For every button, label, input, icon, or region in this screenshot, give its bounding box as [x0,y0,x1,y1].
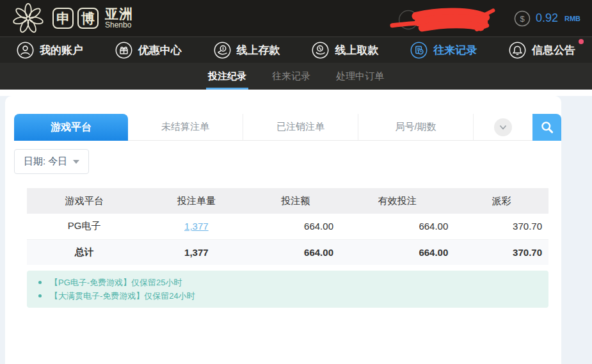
notice-line: 【PG电子-免费游戏】仅保留25小时 [38,276,537,289]
subtab-betting-records[interactable]: 投注纪录 [206,63,248,90]
nav-item-announcements[interactable]: 信息公告 [509,42,575,59]
tab-label: 局号/期数 [395,121,436,133]
tab-round-number[interactable]: 局号/期数 [358,114,474,141]
logo-box-shen: 申 [52,8,74,29]
bullet-dot [38,281,42,284]
content-card: 游戏平台 未结算注单 已注销注单 局号/期数 [5,96,561,364]
record-subtabs: 投注纪录 往来记录 处理中订单 [0,63,592,90]
account-balance[interactable]: $ 0.92 RMB [514,10,580,27]
total-bet-amount: 664.00 [251,239,340,265]
active-tab-underline [206,88,248,90]
header-game-platform: 游戏平台 [27,188,141,214]
nav-label: 我的账户 [40,43,83,58]
cell-platform: PG电子 [27,214,141,239]
tab-label: 游戏平台 [51,121,92,134]
table-header-row: 游戏平台 投注单量 投注额 有效投注 派彩 [27,188,548,214]
filter-tabs-row: 游戏平台 未结算注单 已注销注单 局号/期数 [14,114,561,141]
bullet-dot [38,294,42,297]
logo-box-bo: 博 [77,8,99,29]
notice-line: 【大满贯电子-免费游戏】仅保留24小时 [38,289,537,303]
page-background: 游戏平台 未结算注单 已注销注单 局号/期数 [0,96,592,364]
balance-currency-label: RMB [564,15,580,22]
date-filter-label: 日期: 今日 [24,155,67,168]
bet-count-link[interactable]: 1,377 [184,221,209,232]
notice-text: 【大满贯电子-免费游戏】仅保留24小时 [50,290,195,302]
brand-text: 亚洲 Shenbo [105,7,133,29]
records-icon [410,42,428,59]
chevron-down-icon [498,122,508,132]
nav-label: 线上存款 [237,43,280,58]
tab-label: 已注销注单 [276,121,324,133]
bet-summary-table-wrap: 游戏平台 投注单量 投注额 有效投注 派彩 PG电子 1,377 664.00 [27,188,548,265]
date-filter-row: 日期: 今日 [14,149,552,174]
table-row: PG电子 1,377 664.00 664.00 370.70 [27,214,548,239]
redacted-username-scribble [390,5,505,35]
withdraw-icon [312,42,329,59]
user-icon [17,42,34,59]
subtab-label: 往来记录 [272,70,310,83]
search-icon [540,120,554,134]
nav-label: 优惠中心 [138,43,182,58]
nav-label: 线上取款 [335,43,378,58]
nav-item-promotions[interactable]: 优惠中心 [115,42,182,59]
logo-character-boxes: 申 博 [52,8,99,29]
header-valid-bet: 有效投注 [340,188,454,214]
tab-unsettled-bets[interactable]: 未结算注单 [128,114,243,141]
more-tabs-dropdown[interactable] [474,114,532,141]
cell-valid-bet: 664.00 [340,214,454,239]
total-payout: 370.70 [454,239,548,265]
dollar-glyph: $ [520,14,525,24]
cell-bet-count: 1,377 [141,214,251,239]
flower-logo-icon [12,2,45,35]
deposit-icon [214,42,231,59]
tab-label: 未结算注单 [161,121,209,133]
total-label: 总计 [27,239,141,265]
brand-latin-label: Shenbo [105,21,133,29]
main-nav: 我的账户 优惠中心 线上存款 线上取款 [0,36,592,63]
header-bet-amount: 投注额 [251,188,340,214]
table-total-row: 总计 1,377 664.00 664.00 370.70 [27,239,548,265]
total-valid-bet: 664.00 [340,239,454,265]
subtab-label: 处理中订单 [336,70,384,83]
nav-label: 往来记录 [433,43,477,58]
brand-region-label: 亚洲 [105,7,133,21]
tab-game-platform[interactable]: 游戏平台 [14,114,128,141]
notice-box: 【PG电子-免费游戏】仅保留25小时 【大满贯电子-免费游戏】仅保留24小时 [27,271,548,308]
search-button[interactable] [532,114,561,141]
bell-icon [509,42,526,59]
nav-item-withdraw[interactable]: 线上取款 [312,42,378,59]
nav-label: 信息公告 [532,43,575,58]
cell-bet-amount: 664.00 [251,214,340,239]
nav-item-records[interactable]: 往来记录 [410,42,477,59]
header-payout: 派彩 [454,188,548,214]
date-filter-dropdown[interactable]: 日期: 今日 [14,149,89,174]
notification-badge-dot [579,39,584,44]
subtab-label: 投注纪录 [208,70,246,83]
header-bet-count: 投注单量 [141,188,251,214]
top-bar: 申 博 亚洲 Shenbo $ 0.92 RMB [0,0,592,36]
nav-item-my-account[interactable]: 我的账户 [17,42,83,59]
bet-summary-table: 游戏平台 投注单量 投注额 有效投注 派彩 PG电子 1,377 664.00 [27,188,548,265]
notice-text: 【PG电子-免费游戏】仅保留25小时 [50,277,182,289]
nav-item-deposit[interactable]: 线上存款 [214,42,280,59]
caret-down-icon [73,160,79,164]
gift-icon [115,42,132,59]
tab-cancelled-bets[interactable]: 已注销注单 [243,114,358,141]
total-bet-count: 1,377 [141,239,251,265]
cell-payout: 370.70 [454,214,548,239]
subtab-pending-orders[interactable]: 处理中订单 [334,63,386,90]
chevron-circle [494,118,512,136]
balance-amount: 0.92 [536,12,558,25]
subtab-transaction-records[interactable]: 往来记录 [270,63,312,90]
spacer [0,90,592,96]
dollar-circle-icon: $ [514,10,531,27]
top-bar-right: $ 0.92 RMB [390,4,580,33]
brand-logo[interactable]: 申 博 亚洲 Shenbo [12,2,133,35]
